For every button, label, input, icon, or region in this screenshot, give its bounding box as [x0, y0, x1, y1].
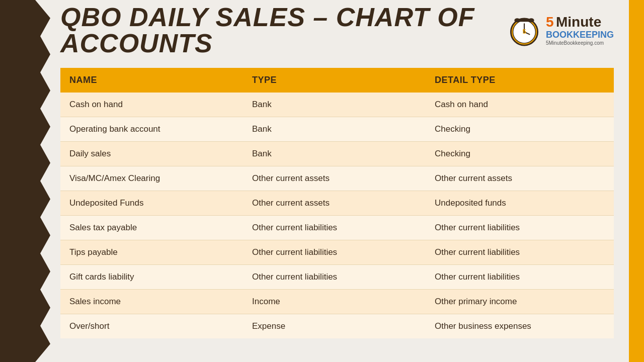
- cell-detail-type: Cash on hand: [426, 93, 614, 117]
- cell-type: Bank: [243, 142, 426, 166]
- cell-detail-type: Other current liabilities: [426, 216, 614, 240]
- logo-five: 5 Minute: [546, 15, 614, 30]
- cell-type: Income: [243, 290, 426, 314]
- logo-url: 5MinuteBookkeeping.com: [546, 40, 614, 46]
- table-row: Cash on handBankCash on hand: [60, 93, 614, 117]
- cell-name: Sales tax payable: [60, 216, 243, 240]
- cell-detail-type: Other primary income: [426, 290, 614, 314]
- table-row: Sales incomeIncomeOther primary income: [60, 290, 614, 314]
- logo-area: 5 5 Minute Bookkeeping 5MinuteBookkeepin…: [507, 13, 614, 48]
- header: QBO Daily Sales – Chart of Accounts 5 5 …: [50, 0, 629, 60]
- table-row: Sales tax payableOther current liabiliti…: [60, 216, 614, 240]
- cell-type: Other current liabilities: [243, 216, 426, 240]
- cell-detail-type: Other current liabilities: [426, 265, 614, 290]
- cell-type: Expense: [243, 314, 426, 339]
- cell-name: Cash on hand: [60, 93, 243, 117]
- cell-name: Tips payable: [60, 240, 243, 265]
- cell-type: Other current liabilities: [243, 265, 426, 290]
- logo-bookkeeping: Bookkeeping: [546, 30, 614, 40]
- table-row: Visa/MC/Amex ClearingOther current asset…: [60, 166, 614, 191]
- table-row: Over/shortExpenseOther business expenses: [60, 314, 614, 339]
- column-header-type: TYPE: [243, 68, 426, 93]
- cell-name: Undeposited Funds: [60, 191, 243, 216]
- cell-name: Over/short: [60, 314, 243, 339]
- svg-text:5: 5: [522, 28, 526, 35]
- logo-text: 5 Minute Bookkeeping 5MinuteBookkeeping.…: [546, 15, 614, 46]
- cell-type: Bank: [243, 93, 426, 117]
- cell-detail-type: Other current assets: [426, 166, 614, 191]
- right-sidebar: [629, 0, 644, 362]
- svg-rect-4: [519, 19, 529, 22]
- cell-detail-type: Undeposited funds: [426, 191, 614, 216]
- column-header-name: NAME: [60, 68, 243, 93]
- main-content: NAME TYPE DETAIL TYPE Cash on handBankCa…: [50, 60, 629, 362]
- table-row: Operating bank accountBankChecking: [60, 117, 614, 142]
- cell-name: Operating bank account: [60, 117, 243, 142]
- cell-name: Gift cards liability: [60, 265, 243, 290]
- accounts-table: NAME TYPE DETAIL TYPE Cash on handBankCa…: [60, 68, 614, 338]
- cell-type: Bank: [243, 117, 426, 142]
- cell-detail-type: Checking: [426, 142, 614, 166]
- clock-icon: 5: [507, 13, 542, 48]
- left-sidebar: [0, 0, 50, 362]
- cell-type: Other current assets: [243, 166, 426, 191]
- cell-detail-type: Other current liabilities: [426, 240, 614, 265]
- table-row: Undeposited FundsOther current assetsUnd…: [60, 191, 614, 216]
- cell-name: Visa/MC/Amex Clearing: [60, 166, 243, 191]
- table-row: Daily salesBankChecking: [60, 142, 614, 166]
- cell-name: Sales income: [60, 290, 243, 314]
- column-header-detail: DETAIL TYPE: [426, 68, 614, 93]
- page-title: QBO Daily Sales – Chart of Accounts: [60, 4, 507, 56]
- cell-name: Daily sales: [60, 142, 243, 166]
- table-row: Tips payableOther current liabilitiesOth…: [60, 240, 614, 265]
- cell-detail-type: Other business expenses: [426, 314, 614, 339]
- cell-detail-type: Checking: [426, 117, 614, 142]
- cell-type: Other current liabilities: [243, 240, 426, 265]
- table-header-row: NAME TYPE DETAIL TYPE: [60, 68, 614, 93]
- cell-type: Other current assets: [243, 191, 426, 216]
- table-row: Gift cards liabilityOther current liabil…: [60, 265, 614, 290]
